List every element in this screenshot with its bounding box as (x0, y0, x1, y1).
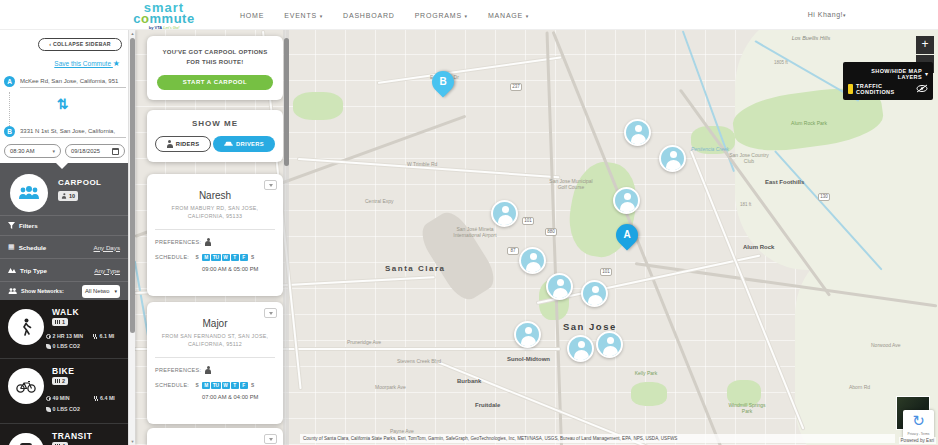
trip-inputs-section: ‹ COLLAPSE SIDEBAR Save this Commute ★ A… (0, 30, 128, 163)
nav-item-home[interactable]: HOME (240, 12, 264, 19)
eye-slash-icon (916, 84, 928, 93)
card-collapse-chevron-button[interactable] (264, 434, 277, 444)
calendar-icon: ▦ (8, 243, 15, 251)
map-park-windmill (727, 380, 761, 406)
networks-label: Show Networks: (21, 288, 78, 295)
map-zoom-in-button[interactable]: + (916, 36, 934, 54)
user-avatar-marker[interactable] (624, 119, 651, 146)
chevron-down-icon: ▾ (925, 70, 928, 77)
mode-name: BIKE (52, 366, 74, 376)
any-days-link[interactable]: Any Days (94, 244, 120, 251)
scroll-down-arrow[interactable]: ▼ (129, 439, 136, 444)
schedule-day-chip: F (240, 382, 248, 389)
user-avatar-marker[interactable] (514, 321, 541, 348)
schedule-day-chip: W (222, 382, 230, 389)
transit-mode-button[interactable] (8, 433, 44, 445)
origin-address-input[interactable]: McKee Rd, San Jose, California, 951 (20, 75, 126, 88)
user-avatar-marker[interactable] (546, 273, 573, 300)
networks-icon (8, 288, 17, 294)
user-avatar-marker[interactable] (613, 187, 640, 214)
route-shield: 237 (510, 83, 522, 91)
trip-sidebar: ‹ COLLAPSE SIDEBAR Save this Commute ★ A… (0, 30, 135, 445)
calendar-icon (112, 148, 119, 155)
mode-co2: 0 LBS CO2 (52, 406, 79, 412)
results-scrollbar-thumb[interactable] (284, 38, 289, 166)
logo-tagline: by VTA Let's Go! (118, 26, 210, 30)
rank-value: 2 (62, 378, 65, 384)
schedule-day-chip: T (231, 254, 239, 261)
people-icon (62, 193, 66, 199)
traffic-conditions-label: TRAFFIC CONDITIONS (856, 83, 913, 95)
user-avatar-marker[interactable] (519, 247, 546, 274)
riders-filter-button[interactable]: RIDERS (155, 136, 211, 152)
destination-marker-b: B (4, 126, 15, 137)
nav-item-manage[interactable]: MANAGE ▾ (488, 12, 529, 19)
swap-stops-icon[interactable]: ⇅ (57, 96, 69, 112)
route-shield: 101 (522, 217, 534, 225)
start-a-carpool-button[interactable]: START A CARPOOL (157, 75, 273, 90)
show-me-card: SHOW ME RIDERS DRIVERS (147, 110, 283, 162)
clock-icon (46, 396, 51, 401)
mode-distance: 6.1 MI (100, 333, 115, 339)
rider-card-tammy: Tammy FROM ST, SAN JOSE, CALIFORNIA, 951… (147, 428, 283, 445)
map-pin-b[interactable]: B (427, 66, 458, 97)
mode-row-walk[interactable]: WALK 1 2 HR 13 MIN 6.1 MI 0 LBS CO2 (0, 300, 128, 358)
networks-filter-row: Show Networks: All Netwo▾ (0, 281, 128, 300)
networks-select[interactable]: All Netwo▾ (82, 285, 120, 298)
user-avatar-marker[interactable] (491, 200, 518, 227)
mode-row-bike[interactable]: BIKE 2 49 MIN 6.4 MI 0 LBS CO2 (0, 358, 128, 423)
destination-address-input[interactable]: 3331 N 1st St, San Jose, California, (20, 125, 126, 138)
schedule-day-chip: TU (211, 254, 220, 261)
carpool-banner-card: YOU'VE GOT CARPOOL OPTIONS FOR THIS ROUT… (147, 36, 283, 100)
depart-date-input[interactable]: 09/18/2025 (65, 144, 125, 158)
road-icon (93, 334, 98, 339)
sidebar-scrollbar-thumb[interactable] (130, 38, 135, 333)
mode-rank-badge: 2 (52, 377, 68, 385)
powered-by-esri: Powered by Esri (899, 437, 936, 444)
schedule-day-chip: S (249, 254, 257, 261)
nav-item-dashboard[interactable]: DASHBOARD (343, 12, 395, 19)
filters-row[interactable]: Filters (0, 215, 128, 235)
collapse-sidebar-button[interactable]: ‹ COLLAPSE SIDEBAR (38, 38, 122, 51)
user-menu[interactable]: Hi Khang!▾ (808, 11, 846, 18)
map-pin-a[interactable]: A (611, 219, 642, 250)
user-avatar-marker[interactable] (596, 331, 623, 358)
rider-card-naresh: Naresh FROM MABURY RD, SAN JOSE, CALIFOR… (147, 174, 283, 296)
depart-time-select[interactable]: 08:30 AM▾ (4, 144, 61, 158)
map-park (293, 92, 343, 120)
trip-type-filter-row: Trip Type Any Type (0, 258, 128, 281)
trip-type-icon (8, 267, 16, 273)
schedule-day-strip: SMTUWTFS (193, 382, 256, 389)
mode-row-transit[interactable]: TRANSIT 4 50 MIN 7.6 MI (0, 423, 128, 445)
preferences-label: PREFERENCES: (155, 367, 201, 373)
traffic-conditions-toggle[interactable]: TRAFFIC CONDITIONS (848, 81, 928, 96)
save-link-label: Save this Commute (54, 60, 111, 67)
collapse-sidebar-label: COLLAPSE SIDEBAR (53, 41, 111, 47)
nav-item-programs[interactable]: PROGRAMS ▾ (415, 12, 468, 19)
any-type-link[interactable]: Any Type (94, 267, 120, 274)
schedule-day-chip: S (193, 382, 201, 389)
save-this-commute-link[interactable]: Save this Commute ★ (54, 59, 120, 68)
sidebar-scrollbar[interactable]: ▲ ▼ (128, 30, 135, 445)
user-avatar-marker[interactable] (567, 335, 594, 362)
user-avatar-marker[interactable] (659, 145, 686, 172)
results-scrollbar[interactable] (283, 30, 289, 445)
drivers-filter-button[interactable]: DRIVERS (213, 136, 275, 152)
recaptcha-icon: ↻ (903, 410, 934, 432)
mode-time: 2 HR 13 MIN (52, 333, 83, 339)
show-hide-map-layers-toggle[interactable]: SHOW/HIDE MAP LAYERS ▾ (848, 66, 928, 81)
car-icon (224, 141, 233, 147)
star-icon: ★ (113, 59, 120, 68)
card-collapse-chevron-button[interactable] (264, 180, 277, 190)
mode-distance: 6.4 MI (100, 395, 115, 401)
walk-mode-button[interactable] (8, 309, 44, 345)
user-avatar-marker[interactable] (581, 280, 608, 307)
scroll-up-arrow[interactable]: ▲ (129, 31, 136, 36)
carpool-mode-button[interactable] (10, 174, 48, 212)
nav-item-events[interactable]: EVENTS ▾ (284, 12, 323, 19)
walk-icon (19, 318, 33, 336)
smart-commute-logo[interactable]: smart commute by VTA Let's Go! (118, 1, 210, 30)
bike-mode-button[interactable] (8, 368, 44, 404)
card-collapse-chevron-button[interactable] (264, 308, 277, 318)
person-preference-icon (205, 366, 211, 374)
